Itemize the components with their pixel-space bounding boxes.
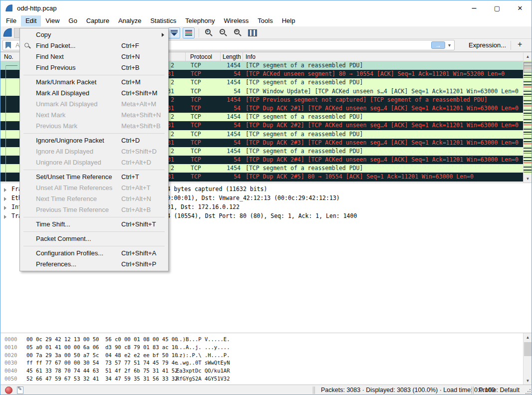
hex-ascii: ..wg..0T sWwQtEyN xyxy=(176,360,230,366)
expert-info-icon[interactable] xyxy=(5,387,12,394)
menu-item-mark-all-displayed[interactable]: Mark All DisplayedCtrl+Shift+M xyxy=(20,88,168,99)
menu-item-ignore-all-displayed[interactable]: Ignore All DisplayedCtrl+Shift+D xyxy=(20,146,168,157)
capture-comment-icon[interactable] xyxy=(17,387,23,394)
menu-tools[interactable]: Tools xyxy=(253,15,277,26)
menu-file[interactable]: File xyxy=(1,15,21,26)
hex-bytes: 52 66 47 59 67 53 32 41 34 47 59 35 31 5… xyxy=(26,376,178,382)
menu-item-find-previous[interactable]: Find PreviousCtrl+B xyxy=(20,62,168,73)
hex-row[interactable]: 000000 0c 29 42 12 13 00 50 56 c0 00 01 … xyxy=(0,336,532,344)
packet-len: 1454 xyxy=(221,113,241,121)
menu-item-unset-all-time-references[interactable]: Unset All Time ReferencesCtrl+Alt+T xyxy=(20,183,168,194)
hex-row[interactable]: 005052 66 47 59 67 53 32 41 34 47 59 35 … xyxy=(0,376,532,384)
column-length[interactable]: Length xyxy=(221,52,243,61)
menu-edit[interactable]: Edit xyxy=(21,15,41,26)
menu-item-set-unset-time-reference[interactable]: Set/Unset Time ReferenceCtrl+T xyxy=(20,172,168,183)
expand-chevron-icon[interactable] xyxy=(4,197,6,201)
related-packet-corner xyxy=(5,65,17,66)
menu-wireless[interactable]: Wireless xyxy=(219,15,253,26)
packet-info: [TCP Dup ACK 2#4] [TCP ACKed unseen seg…… xyxy=(246,156,519,164)
packet-len: 54 xyxy=(221,173,241,181)
menu-item-label: Find Previous xyxy=(36,62,75,73)
expand-chevron-icon[interactable] xyxy=(4,188,6,192)
bytes-scrollbar[interactable]: ▲ ▼ xyxy=(523,333,532,385)
packet-info: [TCP Dup ACK 2#2] [TCP ACKed unseen seg…… xyxy=(246,121,519,130)
scrollbar-thumb[interactable] xyxy=(524,62,532,73)
packet-info: [TCP Previous segment not captured] [TCP… xyxy=(246,96,488,104)
bookmark-icon[interactable] xyxy=(5,42,11,49)
menu-item-label: Previous Mark xyxy=(36,121,77,132)
zoom-out-icon[interactable]: − xyxy=(218,27,230,38)
packet-proto: TCP xyxy=(191,104,201,113)
packet-proto: TCP xyxy=(191,173,201,181)
bytes-scroll-down-icon[interactable]: ▼ xyxy=(524,377,532,385)
wireshark-fin-icon[interactable] xyxy=(2,27,12,37)
menu-item-configuration-profiles[interactable]: Configuration Profiles...Ctrl+Shift+A xyxy=(20,248,168,259)
menu-item-ignore-unignore-packet[interactable]: Ignore/Unignore PacketCtrl+D xyxy=(20,135,168,146)
close-button[interactable]: ✕ xyxy=(509,0,532,15)
apply-filter-button[interactable]: → xyxy=(431,41,445,49)
scrollbar-minimap[interactable] xyxy=(524,61,532,175)
statusbar-separator xyxy=(313,387,315,394)
add-filter-button[interactable]: + xyxy=(518,40,522,49)
packet-len: 1454 xyxy=(221,96,241,104)
profile-label[interactable]: Profile: Default xyxy=(479,387,520,394)
menu-item-mark-unmark-packet[interactable]: Mark/Unmark PacketCtrl+M xyxy=(20,77,168,88)
menu-telephony[interactable]: Telephony xyxy=(181,15,219,26)
colorize-icon[interactable] xyxy=(183,27,195,38)
menu-capture[interactable]: Capture xyxy=(82,15,114,26)
hex-offset: 0010 xyxy=(4,344,17,350)
expand-chevron-icon[interactable] xyxy=(4,215,6,219)
menu-item-label: Preferences... xyxy=(36,259,76,270)
menu-item-next-mark[interactable]: Next MarkMeta+Shift+N xyxy=(20,110,168,121)
scroll-down-icon[interactable]: ▼ xyxy=(524,175,532,183)
filter-dropdown-caret-icon[interactable]: ▾ xyxy=(448,42,451,48)
menu-statistics[interactable]: Statistics xyxy=(146,15,181,26)
menu-item-copy[interactable]: Copy xyxy=(20,29,168,40)
hex-row[interactable]: 001005 a0 01 41 00 00 6a 06 d3 90 c8 79 … xyxy=(0,344,532,352)
menu-item-find-next[interactable]: Find NextCtrl+N xyxy=(20,51,168,62)
hex-row[interactable]: 002000 7a 29 3a 00 50 a7 5c 04 48 e2 e2 … xyxy=(0,352,532,360)
packet-proto: TCP xyxy=(191,70,201,78)
scroll-up-icon[interactable]: ▲ xyxy=(524,52,532,61)
menu-item-previous-mark[interactable]: Previous MarkMeta+Shift+B xyxy=(20,121,168,132)
auto-scroll-icon[interactable] xyxy=(168,27,180,38)
menu-item-time-shift[interactable]: Time Shift...Ctrl+Shift+T xyxy=(20,219,168,230)
menu-item-find-packet[interactable]: Find Packet...Ctrl+F xyxy=(20,40,168,51)
menu-item-unignore-all-displayed[interactable]: Unignore All DisplayedCtrl+Alt+D xyxy=(20,157,168,168)
menu-item-packet-comment[interactable]: Packet Comment... xyxy=(20,233,168,244)
menu-go[interactable]: Go xyxy=(64,15,81,26)
packet-list-scrollbar[interactable]: ▲ ▼ xyxy=(523,52,532,183)
column-info[interactable]: Info xyxy=(243,52,524,61)
packet-info: [TCP Window Update] [TCP ACKed unseen s…… xyxy=(246,87,519,96)
menu-item-preferences[interactable]: Preferences...Ctrl+Shift+P xyxy=(20,259,168,270)
menu-item-next-time-reference[interactable]: Next Time ReferenceCtrl+Alt+N xyxy=(20,194,168,204)
menu-item-label: Next Time Reference xyxy=(36,194,97,204)
hex-row[interactable]: 0030ff ff 77 67 00 00 30 54 73 57 77 51 … xyxy=(0,360,532,368)
minimize-button[interactable]: – xyxy=(463,0,486,15)
hex-offset: 0000 xyxy=(4,336,17,342)
menu-item-previous-time-reference[interactable]: Previous Time ReferenceCtrl+Alt+B xyxy=(20,204,168,215)
menu-item-unmark-all-displayed[interactable]: Unmark All DisplayedMeta+Alt+M xyxy=(20,99,168,110)
bytes-scroll-up-icon[interactable]: ▲ xyxy=(524,333,532,342)
menu-item-shortcut: Meta+Shift+B xyxy=(121,121,161,132)
menu-item-shortcut: Ctrl+F xyxy=(121,40,139,51)
zoom-in-icon[interactable]: + xyxy=(203,27,215,38)
menu-analyze[interactable]: Analyze xyxy=(114,15,146,26)
resize-columns-icon[interactable] xyxy=(247,27,259,38)
menu-view[interactable]: View xyxy=(41,15,64,26)
packet-len: 1454 xyxy=(221,147,241,156)
expression-button[interactable]: Expression... xyxy=(469,41,506,49)
menu-help[interactable]: Help xyxy=(277,15,300,26)
packet-len: 54 xyxy=(221,104,241,113)
resize-grip[interactable] xyxy=(525,388,531,394)
toolbar-partial-icon xyxy=(14,28,19,38)
bytes-scrollbar-thumb[interactable] xyxy=(524,342,532,356)
hex-bytes: 45 61 33 78 70 74 44 63 51 4f 2f 6b 75 3… xyxy=(26,368,178,374)
hex-row[interactable]: 004045 61 33 78 70 74 44 63 51 4f 2f 6b … xyxy=(0,368,532,376)
column-protocol[interactable]: Protocol xyxy=(186,52,221,61)
menu-item-shortcut: Ctrl+N xyxy=(121,51,140,62)
zoom-reset-icon[interactable]: = xyxy=(232,27,244,38)
expand-chevron-icon[interactable] xyxy=(4,206,6,210)
maximize-button[interactable]: ▢ xyxy=(486,0,509,15)
wireshark-logo-icon xyxy=(5,4,13,12)
